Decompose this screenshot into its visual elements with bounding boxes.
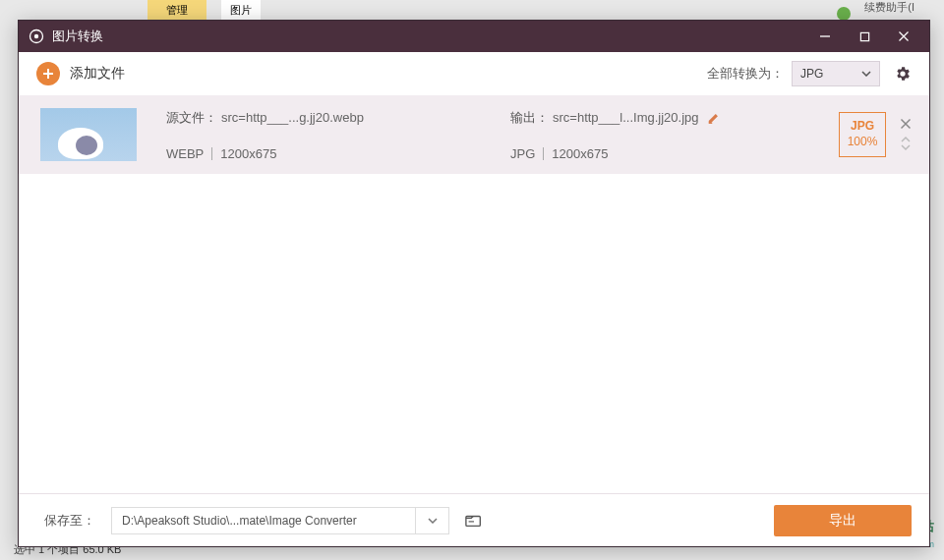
bg-tab-image: 图片 [221,0,261,20]
svg-point-1 [34,34,38,38]
output-info: 输出： src=http___l...Img.jj20.jpg JPG 1200… [510,109,766,161]
toolbar: 添加文件 全部转换为： JPG [19,52,929,95]
maximize-button[interactable] [845,21,884,52]
source-filename: src=http___...g.jj20.webp [221,110,364,125]
format-quality-badge[interactable]: JPG 100% [839,112,886,157]
convert-all-label: 全部转换为： [707,65,784,83]
remove-item-button[interactable] [900,118,912,130]
move-down-button[interactable] [900,143,912,151]
output-dimensions: 1200x675 [552,146,608,161]
move-up-button[interactable] [900,136,912,143]
image-converter-dialog: 图片转换 添加文件 全部转换为： JPG [18,20,930,547]
source-format: WEBP [166,146,204,161]
settings-button[interactable] [894,65,912,83]
item-controls [900,118,912,151]
rename-button[interactable] [707,111,721,125]
output-filename: src=http___l...Img.jj20.jpg [553,110,699,125]
svg-rect-3 [860,32,868,40]
source-info: 源文件： src=http___...g.jj20.webp WEBP 1200… [166,109,510,161]
close-button[interactable] [884,21,923,52]
badge-format: JPG [851,119,874,135]
add-file-label: 添加文件 [70,65,125,83]
output-prefix: 输出： [510,109,549,127]
file-item: 源文件： src=http___...g.jj20.webp WEBP 1200… [19,95,929,178]
bg-tab-manage: 管理 [148,0,206,20]
path-dropdown-button[interactable] [416,507,449,534]
bg-helper-text: 续费助手(I [864,0,914,15]
footer: 保存至： D:\Apeaksoft Studio\...mate\Image C… [19,493,929,546]
add-file-button[interactable]: 添加文件 [36,62,125,85]
chevron-down-icon [861,71,871,77]
thumbnail[interactable] [40,108,137,161]
minimize-button[interactable] [805,21,845,52]
badge-percent: 100% [848,135,878,150]
output-format: JPG [510,146,535,161]
save-path-display: D:\Apeaksoft Studio\...mate\Image Conver… [111,507,416,534]
output-format-dropdown[interactable]: JPG [792,61,880,86]
save-to-label: 保存至： [44,512,95,530]
export-button[interactable]: 导出 [774,505,912,536]
titlebar: 图片转换 [19,21,929,52]
source-prefix: 源文件： [166,109,217,127]
bg-green-dot [837,7,851,21]
format-selected-value: JPG [800,67,823,81]
source-dimensions: 1200x675 [220,146,276,161]
file-list: 源文件： src=http___...g.jj20.webp WEBP 1200… [19,95,929,493]
app-icon [29,28,44,44]
titlebar-title: 图片转换 [52,28,805,45]
plus-icon [36,62,60,85]
open-folder-button[interactable] [457,507,491,534]
